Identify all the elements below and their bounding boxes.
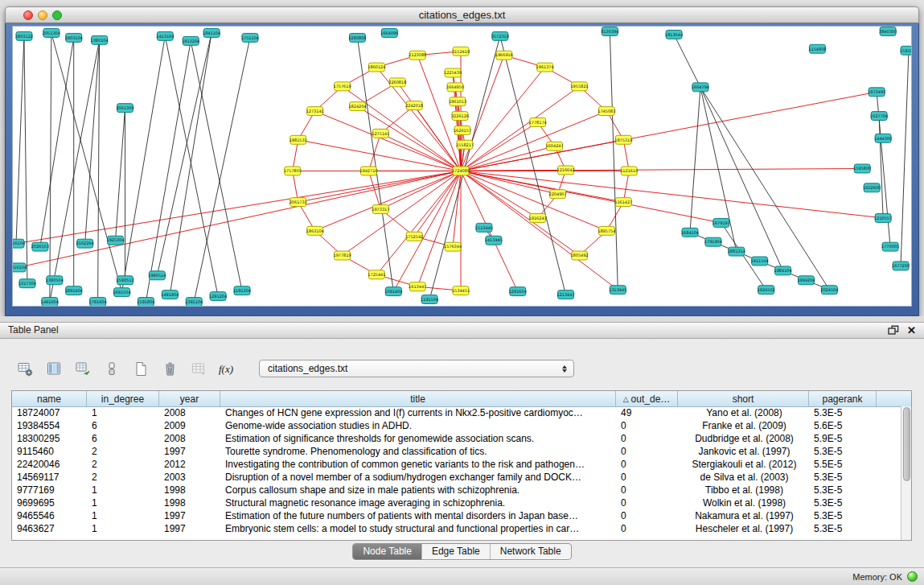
column-header-title[interactable]: title: [220, 391, 616, 406]
graph-node[interactable]: 1616104: [13, 239, 25, 248]
graph-node[interactable]: 1973493: [868, 88, 885, 97]
graph-node[interactable]: 1677200: [892, 262, 910, 270]
scrollbar-thumb[interactable]: [903, 407, 910, 481]
graph-node[interactable]: 1154808: [808, 44, 826, 53]
graph-node[interactable]: 1664794: [692, 83, 709, 92]
close-window-button[interactable]: [23, 10, 33, 20]
graph-node[interactable]: 1981531: [290, 135, 307, 144]
graph-node[interactable]: 1955821: [570, 82, 588, 91]
graph-node[interactable]: 1813044: [665, 30, 683, 39]
graph-node[interactable]: 1984104: [774, 266, 792, 275]
graph-node[interactable]: 1444300: [874, 134, 892, 142]
graph-node[interactable]: 1863104: [306, 226, 324, 235]
graph-node[interactable]: 1925304: [106, 236, 124, 245]
graph-node[interactable]: 1679197: [713, 218, 730, 227]
graph-node[interactable]: 1161427: [614, 198, 632, 207]
graph-node[interactable]: 1210557: [874, 213, 892, 222]
graph-node[interactable]: 1757805: [284, 167, 302, 175]
graph-node[interactable]: 1895754: [598, 226, 615, 235]
network-canvas[interactable]: 1724089315241921230881860124175761912731…: [12, 26, 912, 307]
graph-node[interactable]: 1994204: [797, 276, 815, 285]
graph-node[interactable]: 1966916: [495, 51, 513, 60]
window-titlebar[interactable]: citations_edges.txt: [5, 6, 919, 23]
graph-node[interactable]: 1961374: [536, 63, 554, 72]
graph-node[interactable]: 1881314: [728, 247, 745, 256]
graph-node[interactable]: 1724089: [452, 167, 470, 175]
graph-node[interactable]: 2026503: [31, 242, 49, 251]
graph-node[interactable]: 1273141: [306, 107, 324, 116]
graph-node[interactable]: 3840300: [879, 27, 897, 35]
tab-node-table[interactable]: Node Table: [353, 544, 421, 559]
graph-node[interactable]: 2051304: [43, 28, 60, 37]
table-row[interactable]: 977716911998Corpus callosum shape and si…: [12, 484, 901, 496]
graph-node[interactable]: 1091404: [384, 287, 402, 296]
graph-node[interactable]: 1990514: [148, 271, 166, 280]
graph-node[interactable]: 1860124: [368, 63, 385, 72]
new-table-button[interactable]: [129, 357, 153, 380]
graph-node[interactable]: 2061731: [290, 198, 307, 207]
graph-node[interactable]: 1824204: [348, 102, 366, 111]
column-header-out_de[interactable]: △out_de…: [616, 391, 678, 406]
function-builder-button[interactable]: f(x): [216, 357, 240, 380]
graph-node[interactable]: 1752542: [405, 232, 423, 241]
graph-node[interactable]: 1558217: [456, 140, 474, 149]
table-settings-button[interactable]: [13, 357, 37, 380]
graph-node[interactable]: 1316104: [13, 263, 27, 272]
graph-node[interactable]: 1627704: [870, 112, 888, 121]
zoom-window-button[interactable]: [52, 10, 62, 20]
import-table-button[interactable]: [187, 357, 211, 380]
toggle-column-button[interactable]: [100, 357, 124, 380]
table-row[interactable]: 1456911722003Disruption of a novel membe…: [12, 471, 901, 484]
graph-node[interactable]: 1903104: [65, 33, 83, 42]
delete-table-button[interactable]: [158, 357, 182, 380]
show-columns-button[interactable]: [42, 357, 66, 380]
graph-node[interactable]: 2024504: [820, 286, 838, 295]
network-table-selector[interactable]: citations_edges.txt: [259, 360, 574, 377]
graph-node[interactable]: 8130394: [601, 27, 618, 35]
graph-node[interactable]: 1413445: [485, 236, 503, 245]
graph-node[interactable]: 1961013: [449, 97, 466, 106]
column-header-name[interactable]: name: [12, 391, 87, 406]
graph-node[interactable]: 2242018: [405, 101, 423, 110]
table-row[interactable]: 1938455462009Genome-wide association stu…: [12, 419, 901, 432]
graph-node[interactable]: 1313445: [609, 286, 626, 295]
table-row[interactable]: 946362711997Embryonic stem cells: a mode…: [12, 522, 901, 535]
column-header-short[interactable]: short: [678, 391, 809, 406]
graph-node[interactable]: 1942710: [359, 167, 377, 175]
graph-node[interactable]: 3572319: [491, 31, 509, 40]
graph-node[interactable]: 2123088: [409, 51, 426, 60]
graph-node[interactable]: 1977819: [333, 251, 351, 260]
graph-node[interactable]: 1770005: [881, 242, 899, 251]
table-row[interactable]: 2242004622012Investigating the contribut…: [12, 458, 901, 471]
graph-node[interactable]: 1602600: [863, 183, 881, 192]
graph-node[interactable]: 1924502: [758, 286, 775, 295]
minimize-window-button[interactable]: [38, 10, 47, 20]
graph-node[interactable]: 1791904: [704, 237, 722, 246]
graph-node[interactable]: 1613447: [409, 282, 426, 291]
table-row[interactable]: 911546021997Tourette syndrome. Phenomeno…: [12, 445, 901, 458]
float-panel-icon[interactable]: [888, 325, 899, 336]
graph-node[interactable]: 1803122: [15, 31, 33, 40]
graph-node[interactable]: 1595800: [853, 164, 871, 173]
graph-node[interactable]: 1291604: [509, 287, 527, 296]
close-panel-icon[interactable]: ✕: [907, 323, 916, 338]
graph-node[interactable]: 1380104: [91, 35, 109, 44]
network-graph[interactable]: 1724089315241921230881860124175761912731…: [13, 27, 911, 306]
graph-node[interactable]: 1791604: [89, 298, 107, 306]
graph-node[interactable]: 1604247: [546, 142, 564, 150]
graph-node[interactable]: 1911504: [751, 257, 769, 266]
tab-network-table[interactable]: Network Table: [490, 544, 571, 559]
graph-node[interactable]: 1576344: [444, 242, 462, 251]
column-header-in_degree[interactable]: in_degree: [87, 391, 159, 406]
graph-node[interactable]: 1751104: [241, 33, 259, 42]
graph-node[interactable]: 1291204: [209, 292, 227, 301]
graph-node[interactable]: 1225439: [444, 68, 462, 77]
table-vertical-scrollbar[interactable]: [901, 406, 911, 540]
table-row[interactable]: 1830029562008Estimation of significance …: [12, 432, 901, 445]
graph-node[interactable]: 1491904: [161, 290, 179, 299]
graph-node[interactable]: 1684104: [681, 228, 699, 237]
create-column-button[interactable]: [71, 357, 95, 380]
graph-node[interactable]: 1317304: [18, 279, 36, 288]
graph-node[interactable]: 1191304: [233, 286, 251, 295]
graph-node[interactable]: 2260818: [388, 78, 406, 87]
